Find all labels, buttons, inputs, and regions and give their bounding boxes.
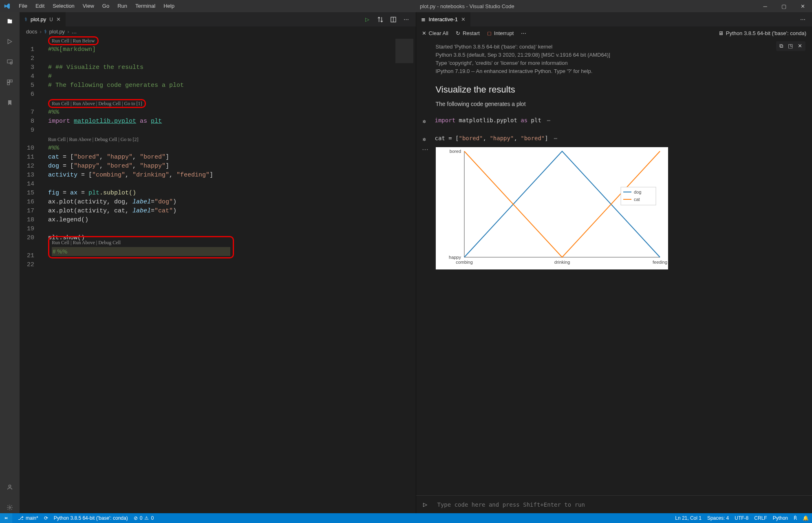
codelens-run-cell-above-debug[interactable]: Run Cell | Run Above | Debug Cell [52, 240, 121, 245]
svg-point-6 [9, 507, 11, 508]
chevron-right-icon: › [67, 29, 69, 35]
explorer-icon[interactable] [4, 15, 15, 27]
line-number-gutter: 123456 789 1011121314151617181920 2122 [20, 36, 42, 513]
menu-terminal[interactable]: Terminal [131, 0, 159, 12]
interactive-input[interactable]: Type code here and press Shift+Enter to … [434, 501, 812, 508]
codelens-run-cell-above-debug-goto1[interactable]: Run Cell | Run Above | Debug Cell | Go t… [48, 99, 146, 108]
interactive-output: ⧉ ◳ ✕ Started 'Python 3.8.5 64-bit ('bas… [416, 40, 812, 495]
minimize-button[interactable]: ─ [756, 0, 774, 12]
python-file-icon: ⚕ [24, 16, 27, 22]
remote-indicator[interactable] [0, 513, 12, 523]
svg-rect-3 [10, 80, 12, 82]
close-icon: ✕ [422, 30, 426, 36]
close-button[interactable]: ✕ [793, 0, 812, 12]
kernel-selector[interactable]: 🖥Python 3.8.5 64-bit ('base': conda) [718, 30, 806, 36]
editor-tab-bar: ⚕ plot.py U ✕ ▷ ⋯ [20, 12, 416, 26]
interrupt-button[interactable]: ◻Interrupt [487, 30, 514, 36]
tab-plot-py[interactable]: ⚕ plot.py U ✕ [20, 12, 66, 26]
maximize-button[interactable]: ▢ [774, 0, 793, 12]
feedback-icon[interactable]: Ṙ [794, 515, 797, 521]
code-line: # [48, 73, 52, 80]
extensions-icon[interactable] [4, 77, 15, 88]
markdown-heading: Visualize the results [419, 82, 809, 97]
breadcrumb-file: plot.py [49, 29, 65, 35]
breadcrumb-folder: docs [26, 29, 37, 35]
compare-icon[interactable] [377, 16, 384, 23]
clear-all-button[interactable]: ✕Clear All [422, 30, 448, 36]
markdown-paragraph: The following code generates a plot [419, 97, 809, 115]
minimap[interactable] [393, 36, 416, 513]
eol[interactable]: CRLF [754, 515, 767, 521]
tab-modified-badge: U [49, 17, 53, 22]
python-file-icon: ⚕ [44, 29, 47, 35]
remote-explorer-icon[interactable] [4, 56, 15, 68]
chevron-right-icon: › [40, 29, 41, 35]
svg-text:drinking: drinking [554, 260, 570, 265]
svg-point-5 [9, 485, 11, 487]
git-branch[interactable]: ⎇main* [18, 515, 38, 521]
tab-close-icon[interactable]: ✕ [461, 16, 466, 22]
ellipsis-icon[interactable]: ⋯ [545, 117, 550, 124]
problems-indicator[interactable]: ⊘ 0 ⚠ 0 [134, 515, 154, 521]
collapse-cell-icon[interactable]: ✲ [423, 117, 431, 124]
codelens-run-cell-below[interactable]: Run Cell | Run Below [48, 36, 99, 45]
menu-view[interactable]: View [79, 0, 98, 12]
executed-cell: ✲ import matplotlib.pyplot as plt ⋯ [419, 115, 809, 126]
menu-file[interactable]: File [15, 0, 31, 12]
title-bar: File Edit Selection View Go Run Terminal… [0, 0, 812, 12]
codelens-run-cell-above-debug-goto2[interactable]: Run Cell | Run Above | Debug Cell | Go t… [48, 135, 139, 144]
ellipsis-icon[interactable]: ⋯ [552, 135, 557, 141]
goto-icon[interactable]: ◳ [788, 43, 793, 49]
menu-selection[interactable]: Selection [49, 0, 78, 12]
svg-text:happy: happy [449, 255, 461, 260]
restart-button[interactable]: ↻Restart [456, 30, 480, 36]
encoding[interactable]: UTF-8 [735, 515, 748, 521]
warning-icon: ⚠ [144, 515, 149, 521]
interactive-icon: ≣ [421, 16, 426, 22]
more-actions-icon[interactable]: ⋯ [799, 16, 806, 23]
window-controls: ─ ▢ ✕ [756, 0, 812, 12]
copy-icon[interactable]: ⧉ [779, 43, 783, 49]
code-line: # ## Visualize the results [48, 64, 143, 71]
kernel-info-text: Started 'Python 3.8.5 64-bit ('base': co… [419, 41, 809, 82]
code-line: # The following code generates a plot [48, 82, 184, 89]
menu-edit[interactable]: Edit [31, 0, 49, 12]
cursor-position[interactable]: Ln 21, Col 1 [675, 515, 702, 521]
tab-close-icon[interactable]: ✕ [56, 16, 61, 22]
tab-interactive-1[interactable]: ≣ Interactive-1 ✕ [416, 12, 471, 26]
svg-rect-4 [7, 83, 9, 85]
split-editor-icon[interactable] [390, 16, 397, 23]
more-actions-icon[interactable]: ⋯ [521, 30, 526, 36]
svg-rect-2 [7, 80, 9, 82]
svg-text:combing: combing [456, 260, 473, 265]
ellipsis-icon[interactable]: ⋯ [422, 146, 428, 153]
svg-text:cat: cat [634, 197, 640, 202]
notifications-icon[interactable]: 🔔 [803, 515, 809, 521]
vscode-icon [0, 3, 15, 9]
close-icon[interactable]: ✕ [798, 43, 802, 49]
python-interpreter[interactable]: Python 3.8.5 64-bit ('base': conda) [54, 515, 128, 521]
tab-label: Interactive-1 [429, 16, 458, 22]
language-mode[interactable]: Python [773, 515, 788, 521]
settings-gear-icon[interactable] [4, 502, 15, 513]
run-icon[interactable]: ▷ [364, 16, 371, 23]
interactive-input-row: ▷ Type code here and press Shift+Enter t… [416, 495, 812, 513]
menu-go[interactable]: Go [98, 0, 113, 12]
activity-bar [0, 12, 20, 513]
indentation[interactable]: Spaces: 4 [707, 515, 729, 521]
run-input-icon[interactable]: ▷ [416, 501, 434, 508]
collapse-cell-icon[interactable]: ✲ [423, 135, 431, 142]
more-actions-icon[interactable]: ⋯ [403, 16, 410, 23]
breadcrumb[interactable]: docs › ⚕ plot.py › … [20, 26, 416, 36]
run-debug-icon[interactable] [4, 36, 15, 47]
sync-button[interactable]: ⟳ [44, 515, 48, 521]
branch-icon: ⎇ [18, 515, 24, 521]
plot-output: boredhappycombingdrinkingfeedingdogcat [436, 147, 668, 269]
menubar: File Edit Selection View Go Run Terminal… [15, 0, 179, 12]
bookmark-icon[interactable] [4, 97, 15, 108]
svg-text:feeding: feeding [652, 260, 667, 265]
account-icon[interactable] [4, 481, 15, 493]
menu-run[interactable]: Run [113, 0, 131, 12]
menu-help[interactable]: Help [159, 0, 179, 12]
code-editor[interactable]: 123456 789 1011121314151617181920 2122 R… [20, 36, 416, 513]
